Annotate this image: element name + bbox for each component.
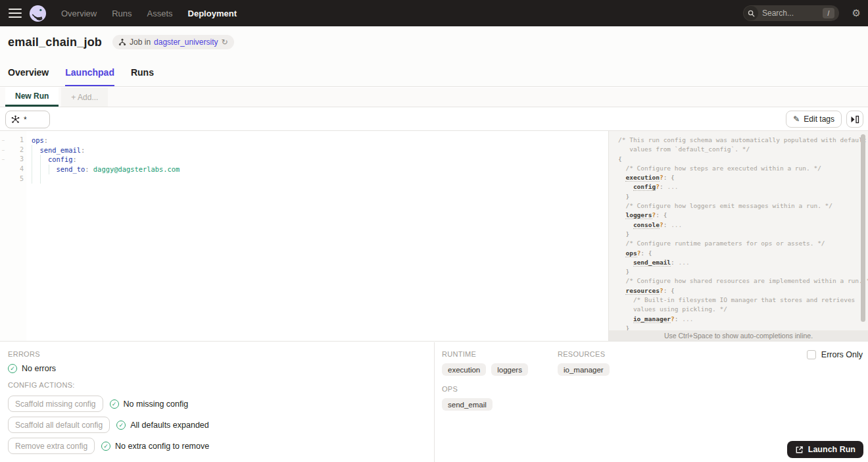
- check-circle-icon: ✓: [101, 442, 110, 451]
- job-tabs: Overview Launchpad Runs: [0, 58, 868, 87]
- check-circle-icon: ✓: [8, 364, 17, 373]
- add-config-tab-button[interactable]: + Add...: [61, 88, 108, 107]
- runtime-label: RUNTIME: [442, 350, 528, 358]
- check-circle-icon: ✓: [110, 399, 119, 409]
- config-editor: ––– 12345 ops: send_email: config: send_…: [0, 131, 868, 342]
- job-graph-icon: [118, 38, 126, 46]
- edit-tags-label: Edit tags: [804, 115, 834, 124]
- runtime-section: RUNTIME execution loggers: [442, 350, 528, 376]
- code-location-link[interactable]: dagster_university: [154, 38, 218, 47]
- chip-loggers[interactable]: loggers: [491, 363, 528, 376]
- action-status-text: All defaults expanded: [130, 421, 209, 430]
- chip-io-manager[interactable]: io_manager: [558, 363, 610, 376]
- top-nav-bar: Overview Runs Assets Deployment / ⚙: [0, 0, 868, 26]
- errors-section: ERRORS ✓ No errors CONFIG ACTIONS: Scaff…: [8, 350, 209, 459]
- autocomplete-hint: Use Ctrl+Space to show auto-completions …: [609, 330, 868, 341]
- config-action-row: Remove extra config ✓ No extra config to…: [8, 438, 209, 454]
- hamburger-menu-icon[interactable]: [9, 9, 22, 18]
- config-action-row: Scaffold all default config ✓ All defaul…: [8, 417, 209, 433]
- ops-section: OPS send_email: [442, 385, 610, 411]
- page-title: email_chain_job: [8, 36, 102, 49]
- scaffold-missing-config-button[interactable]: Scaffold missing config: [8, 396, 103, 412]
- errors-only-checkbox[interactable]: [807, 350, 816, 359]
- launch-run-button[interactable]: Launch Run: [787, 441, 863, 458]
- editor-gutter: ––– 12345: [0, 131, 26, 341]
- edit-tags-button[interactable]: ✎ Edit tags: [786, 111, 842, 128]
- tab-runs[interactable]: Runs: [131, 58, 154, 86]
- job-badge-prefix: Job in: [130, 38, 151, 47]
- primary-nav: Overview Runs Assets Deployment: [61, 9, 237, 18]
- config-schema-panel: /* This run config schema was automatica…: [609, 131, 868, 341]
- launch-icon: [795, 446, 804, 454]
- job-header: email_chain_job Job in dagster_universit…: [0, 26, 868, 58]
- config-schema-code: /* This run config schema was automatica…: [618, 136, 859, 333]
- tab-launchpad[interactable]: Launchpad: [65, 58, 114, 86]
- nav-deployment[interactable]: Deployment: [188, 9, 237, 18]
- dagster-app: Overview Runs Assets Deployment / ⚙ emai…: [0, 0, 868, 462]
- nav-overview[interactable]: Overview: [61, 9, 97, 18]
- selector-toolbar: * ✎ Edit tags: [0, 108, 868, 131]
- scaffold-all-default-config-button[interactable]: Scaffold all default config: [8, 417, 110, 433]
- search-icon: [744, 6, 758, 20]
- config-action-row: Scaffold missing config ✓ No missing con…: [8, 396, 209, 412]
- nav-assets[interactable]: Assets: [147, 9, 173, 18]
- config-actions-label: CONFIG ACTIONS:: [8, 381, 209, 389]
- yaml-config-code[interactable]: ops: send_email: config: send_to: daggy@…: [32, 136, 605, 341]
- bottom-panel: ERRORS ✓ No errors CONFIG ACTIONS: Scaff…: [0, 342, 868, 462]
- gear-icon[interactable]: ⚙: [852, 7, 861, 19]
- pencil-icon: ✎: [793, 115, 800, 124]
- errors-only-control: Errors Only: [807, 350, 863, 359]
- toggle-schema-panel-button[interactable]: [846, 111, 863, 128]
- launch-run-label: Launch Run: [808, 445, 856, 454]
- op-graph-icon: [11, 115, 20, 124]
- launchpad-config-tabs: New Run + Add...: [0, 88, 868, 107]
- fold-markers[interactable]: –––: [2, 136, 7, 165]
- op-selector-value: *: [24, 115, 27, 124]
- dagster-logo-icon[interactable]: [29, 5, 47, 22]
- config-sections: RUNTIME execution loggers RESOURCES io_m…: [442, 350, 610, 411]
- search-shortcut-badge: /: [823, 8, 834, 18]
- job-location-badge: Job in dagster_university ↻: [112, 35, 233, 49]
- ops-label: OPS: [442, 385, 610, 393]
- errors-only-label: Errors Only: [821, 350, 863, 359]
- reload-icon[interactable]: ↻: [221, 38, 228, 47]
- tab-new-run[interactable]: New Run: [5, 88, 59, 107]
- tab-overview[interactable]: Overview: [8, 58, 49, 86]
- remove-extra-config-button[interactable]: Remove extra config: [8, 438, 95, 454]
- resources-section: RESOURCES io_manager: [558, 350, 610, 376]
- global-search[interactable]: /: [743, 5, 839, 21]
- nav-runs[interactable]: Runs: [112, 9, 132, 18]
- check-circle-icon: ✓: [116, 421, 126, 430]
- errors-label: ERRORS: [8, 350, 209, 358]
- action-status-text: No extra config to remove: [115, 442, 209, 451]
- expand-panel-icon: [850, 115, 859, 124]
- resources-label: RESOURCES: [558, 350, 610, 358]
- chip-send-email[interactable]: send_email: [442, 398, 493, 411]
- op-selector-input[interactable]: *: [5, 111, 50, 128]
- chip-execution[interactable]: execution: [442, 363, 486, 376]
- schema-scrollbar[interactable]: [861, 134, 865, 322]
- action-status-text: No missing config: [124, 399, 189, 409]
- search-input[interactable]: [762, 9, 823, 18]
- no-errors-text: No errors: [22, 364, 56, 373]
- line-numbers: 12345: [20, 136, 24, 184]
